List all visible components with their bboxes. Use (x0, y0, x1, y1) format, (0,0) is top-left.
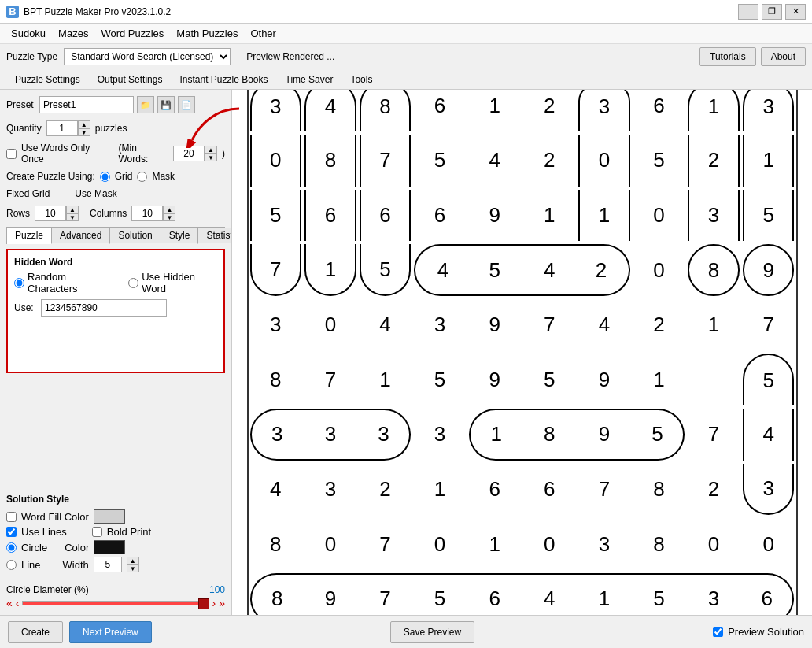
create-button[interactable]: Create (8, 621, 63, 643)
cell-7-2: 2 (360, 464, 412, 516)
word-fill-checkbox[interactable] (6, 512, 17, 522)
restore-button[interactable]: ❐ (762, 4, 782, 20)
use-lines-checkbox[interactable] (6, 527, 17, 537)
tutorials-button[interactable]: Tutorials (699, 47, 756, 66)
width-down[interactable]: ▼ (127, 565, 139, 572)
slider-left[interactable]: ‹ (16, 598, 20, 609)
quantity-input[interactable] (46, 120, 78, 136)
mask-option-label: Mask (152, 171, 175, 182)
preset-folder-button[interactable]: 📁 (137, 96, 154, 113)
about-button[interactable]: About (761, 47, 806, 66)
create-mask-radio[interactable] (137, 172, 147, 182)
slider-right[interactable]: › (212, 598, 216, 609)
cell-4-7: 2 (633, 299, 685, 351)
line-color-picker[interactable] (94, 540, 125, 554)
word-fill-label: Word Fill Color (21, 511, 89, 523)
cell-9-6: 1 (577, 573, 632, 615)
cell-0-8: 1 (688, 90, 740, 131)
preview-solution-checkbox[interactable] (713, 627, 723, 637)
tab-advanced[interactable]: Advanced (52, 228, 110, 244)
slider-container: « ‹ › » (6, 598, 225, 609)
min-words-label: (Min Words: (118, 143, 168, 165)
cell-1-2: 7 (360, 135, 412, 187)
settings-tab-puzzle-settings[interactable]: Puzzle Settings (6, 72, 89, 87)
use-words-once-checkbox[interactable] (6, 149, 17, 159)
cell-5-6: 9 (578, 354, 630, 405)
create-grid-radio[interactable] (100, 172, 110, 182)
settings-tab-instant[interactable]: Instant Puzzle Books (171, 72, 276, 87)
toolbar-status: Preview Rendered ... (246, 51, 334, 62)
slider-left-fast[interactable]: « (6, 598, 13, 609)
tab-solution[interactable]: Solution (110, 228, 161, 244)
app-title: BPT Puzzle Maker Pro v2023.1.0.2 (24, 6, 738, 17)
cell-7-4: 6 (469, 464, 521, 516)
app-icon: B (6, 6, 19, 18)
use-hidden-radio[interactable] (128, 278, 138, 288)
rows-down[interactable]: ▼ (66, 213, 79, 221)
puzzle-type-select[interactable]: Standard Word Search (Licensed) (64, 48, 231, 65)
settings-tab-tools[interactable]: Tools (341, 72, 381, 87)
cell-2-4: 9 (469, 190, 521, 242)
random-chars-radio[interactable] (14, 278, 24, 288)
cell-4-5: 7 (523, 299, 575, 351)
cell-8-4: 1 (469, 518, 521, 570)
arrow-pointer (184, 101, 247, 148)
line-width-input[interactable] (94, 557, 122, 572)
word-fill-row: Word Fill Color (6, 509, 225, 524)
quantity-down[interactable]: ▼ (78, 128, 90, 136)
minimize-button[interactable]: — (738, 4, 758, 20)
use-input[interactable] (41, 299, 167, 317)
tab-style[interactable]: Style (161, 228, 199, 244)
settings-tab-timesaver[interactable]: Time Saver (277, 72, 342, 87)
menu-sudoku[interactable]: Sudoku (5, 26, 52, 41)
menu-mazes[interactable]: Mazes (52, 26, 94, 41)
slider-thumb[interactable] (198, 598, 209, 609)
columns-input[interactable] (131, 206, 163, 221)
cell-4-1: 0 (304, 299, 356, 351)
cell-4-8: 1 (688, 299, 740, 351)
cell-9-2: 7 (358, 573, 413, 615)
columns-up[interactable]: ▲ (163, 206, 175, 213)
cell-7-0: 4 (250, 464, 302, 516)
word-fill-color-picker[interactable] (94, 509, 125, 524)
title-bar: B BPT Puzzle Maker Pro v2023.1.0.2 — ❐ ✕ (0, 0, 812, 24)
rows-cols-row: Rows ▲ ▼ Columns ▲ ▼ (6, 205, 225, 222)
tab-statistics[interactable]: Statistics (198, 228, 232, 244)
cell-0-5: 2 (523, 90, 575, 131)
cell-7-5: 6 (523, 464, 575, 516)
settings-tab-output[interactable]: Output Settings (89, 72, 172, 87)
cell-7-7: 8 (633, 464, 685, 516)
rows-label: Rows (6, 208, 30, 219)
min-words-input[interactable] (173, 146, 205, 161)
quantity-up[interactable]: ▲ (78, 120, 90, 128)
slider-track[interactable] (22, 601, 209, 605)
width-up[interactable]: ▲ (127, 557, 139, 565)
cell-6-1: 3 (303, 409, 358, 461)
next-preview-button[interactable]: Next Preview (69, 621, 152, 643)
rows-up[interactable]: ▲ (66, 206, 79, 213)
menu-other[interactable]: Other (244, 26, 282, 41)
circle-radio[interactable] (6, 542, 17, 553)
cell-8-8: 0 (688, 518, 740, 570)
rows-input[interactable] (35, 206, 66, 221)
use-hidden-label: Use Hidden Word (142, 271, 217, 294)
use-lines-row: Use Lines Bold Print (6, 526, 225, 538)
quantity-spinner: ▲ ▼ (46, 120, 90, 136)
columns-down[interactable]: ▼ (163, 213, 175, 221)
cell-9-9: 6 (741, 573, 795, 615)
preset-save-button[interactable]: 💾 (157, 96, 175, 113)
cell-0-4: 1 (469, 90, 521, 131)
min-words-down[interactable]: ▼ (205, 154, 217, 161)
line-radio[interactable] (6, 560, 17, 570)
cell-5-0: 8 (250, 354, 302, 405)
close-button[interactable]: ✕ (785, 4, 806, 20)
tab-puzzle[interactable]: Puzzle (7, 228, 52, 244)
menu-math-puzzles[interactable]: Math Puzzles (170, 26, 244, 41)
cell-0-7: 6 (633, 90, 685, 131)
slider-right-fast[interactable]: » (219, 598, 225, 609)
menu-word-puzzles[interactable]: Word Puzzles (94, 26, 170, 41)
puzzle-tabs: Puzzle Advanced Solution Style Statistic… (6, 227, 225, 244)
preset-input[interactable] (39, 96, 134, 113)
bold-print-checkbox[interactable] (92, 527, 102, 537)
save-preview-button[interactable]: Save Preview (390, 621, 474, 643)
